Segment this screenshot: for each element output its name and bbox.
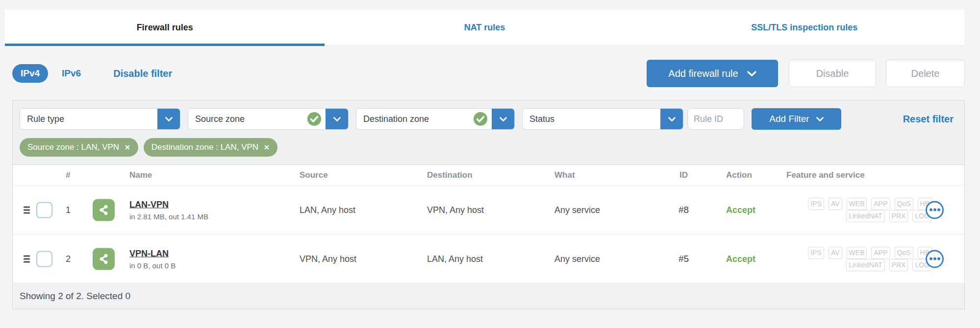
traffic-share-icon (93, 248, 115, 270)
feature-badge: LinkedNAT (846, 210, 884, 222)
ipv4-toggle[interactable]: IPv4 (12, 64, 48, 83)
rule-type-dropdown[interactable]: Rule type (20, 108, 180, 130)
header-feature-and-service: Feature and service (786, 170, 865, 180)
rule-traffic-stats: in 2.81 MB, out 1.41 MB (129, 212, 208, 220)
firewall-rules-panel: Rule type Source zone Destination zone (12, 100, 965, 309)
filter-applied-check-icon (307, 112, 322, 126)
close-icon[interactable]: ✕ (125, 143, 130, 151)
feature-badge: IPS (808, 198, 824, 210)
feature-badge: QoS (895, 247, 913, 259)
tab-nat-rules[interactable]: NAT rules (325, 10, 644, 46)
rule-action: Accept (726, 205, 755, 215)
feature-badges: IPS AV WEB APP QoS HB LinkedNAT PRX LOG (763, 247, 932, 271)
rule-name-block: VPN-LAN in 0 B, out 0 B (129, 248, 176, 269)
showing-summary: Showing 2 of 2. Selected 0 (20, 291, 130, 302)
drag-handle-icon[interactable] (22, 204, 32, 215)
rule-id: #8 (678, 205, 689, 215)
feature-badge: LinkedNAT (846, 259, 884, 271)
reset-filter-link[interactable]: Reset filter (903, 114, 957, 125)
rule-what: Any service (554, 254, 600, 264)
disable-filter-link[interactable]: Disable filter (113, 68, 172, 79)
chevron-down-icon (816, 117, 824, 121)
rule-traffic-stats: in 0 B, out 0 B (129, 261, 176, 269)
table-row: 2 VPN-LAN in 0 B, out 0 B VPN, Any host … (13, 234, 964, 283)
row-checkbox[interactable] (36, 251, 52, 267)
add-firewall-rule-label: Add firewall rule (668, 68, 738, 79)
chevron-down-icon (747, 71, 756, 76)
chevron-down-icon[interactable] (660, 108, 683, 130)
rule-name-link[interactable]: LAN-VPN (129, 199, 208, 210)
chip-label: Source zone : LAN, VPN (27, 142, 119, 152)
rule-id: #5 (678, 254, 689, 264)
tab-ssl-tls-inspection-rules[interactable]: SSL/TLS inspection rules (645, 10, 964, 46)
header-name: Name (129, 170, 152, 180)
row-menu-ellipsis-button[interactable] (926, 250, 944, 268)
row-checkbox[interactable] (36, 202, 52, 218)
feature-badges: IPS AV WEB APP QoS HB LinkedNAT PRX LOG (763, 198, 932, 222)
feature-badge: QoS (895, 198, 913, 210)
rule-source: LAN, Any host (300, 205, 355, 215)
rule-type-label: Rule type (20, 114, 157, 124)
chip-label: Destination zone : LAN, VPN (151, 142, 258, 152)
destination-zone-dropdown[interactable]: Destination zone (356, 108, 515, 130)
header-what: What (554, 170, 575, 180)
chevron-down-icon[interactable] (157, 108, 180, 130)
rule-source: VPN, Any host (300, 254, 356, 264)
tab-firewall-rules[interactable]: Firewall rules (5, 10, 325, 46)
source-zone-dropdown[interactable]: Source zone (188, 108, 349, 130)
rule-name-link[interactable]: VPN-LAN (129, 248, 176, 258)
source-zone-label: Source zone (188, 114, 307, 124)
feature-badge: AV (829, 198, 842, 210)
toolbar: IPv4 IPv6 Disable filter Add firewall ru… (12, 60, 965, 87)
chevron-down-icon[interactable] (492, 108, 514, 130)
feature-badge: APP (871, 198, 890, 210)
rule-tabs: Firewall rules NAT rules SSL/TLS inspect… (5, 10, 964, 46)
filter-controls: Rule type Source zone Destination zone (20, 108, 957, 130)
table-header: # Name Source Destination What ID Action… (13, 165, 964, 186)
delete-button[interactable]: Delete (886, 60, 965, 87)
feature-badge: WEB (847, 198, 867, 210)
filter-applied-check-icon (473, 112, 488, 126)
table-row: 1 LAN-VPN in 2.81 MB, out 1.41 MB LAN, A… (13, 186, 964, 234)
chevron-down-icon[interactable] (326, 108, 348, 130)
add-filter-button[interactable]: Add Filter (752, 108, 841, 130)
rule-action: Accept (726, 254, 755, 264)
destination-zone-filter-chip[interactable]: Destination zone : LAN, VPN ✕ (144, 138, 277, 157)
feature-badge: APP (871, 247, 890, 259)
header-action: Action (726, 170, 752, 180)
feature-badge: WEB (847, 247, 867, 259)
drag-handle-icon[interactable] (22, 253, 32, 264)
traffic-share-icon (93, 199, 115, 221)
rule-position: 1 (66, 205, 71, 215)
rule-name-block: LAN-VPN in 2.81 MB, out 1.41 MB (129, 199, 208, 220)
add-filter-label: Add Filter (769, 114, 809, 124)
header-id: ID (679, 170, 688, 180)
rule-destination: LAN, Any host (427, 254, 483, 264)
active-filter-chips: Source zone : LAN, VPN ✕ Destination zon… (20, 138, 957, 157)
rule-position: 2 (66, 254, 71, 264)
feature-badge: IPS (808, 247, 824, 259)
table-footer: Showing 2 of 2. Selected 0 (13, 283, 964, 309)
rule-destination: VPN, Any host (427, 205, 484, 215)
close-icon[interactable]: ✕ (264, 143, 270, 151)
disable-button[interactable]: Disable (789, 60, 876, 87)
feature-badge: PRX (889, 259, 908, 271)
row-menu-ellipsis-button[interactable] (926, 201, 944, 219)
rule-id-input[interactable] (687, 108, 744, 130)
header-number: # (66, 170, 70, 180)
status-dropdown[interactable]: Status (522, 108, 683, 130)
feature-badge: PRX (889, 210, 908, 222)
feature-badge: AV (829, 247, 842, 259)
rule-what: Any service (554, 205, 600, 215)
ipv6-toggle[interactable]: IPv6 (62, 68, 81, 79)
status-label: Status (523, 114, 660, 124)
destination-zone-label: Destination zone (356, 114, 473, 124)
header-destination: Destination (427, 170, 473, 180)
add-firewall-rule-button[interactable]: Add firewall rule (647, 60, 778, 87)
header-source: Source (300, 170, 328, 180)
source-zone-filter-chip[interactable]: Source zone : LAN, VPN ✕ (20, 138, 138, 157)
filter-area: Rule type Source zone Destination zone (13, 100, 964, 165)
